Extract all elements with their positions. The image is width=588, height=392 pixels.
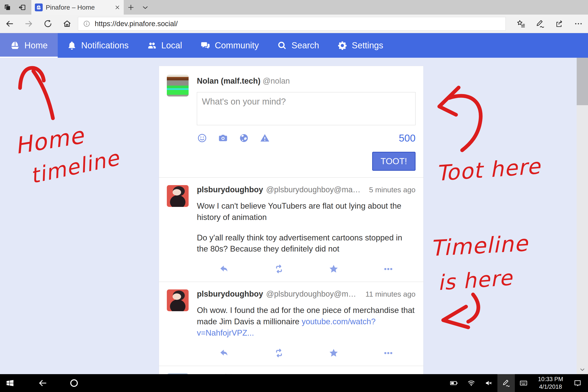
- scrollbar-thumb[interactable]: [577, 58, 588, 105]
- sailboat-icon: [36, 4, 42, 10]
- post-actions: [197, 264, 416, 274]
- post-timestamp[interactable]: 5 minutes ago: [364, 186, 416, 194]
- post: plsburydoughboy @plsburydoughboy@mastodo…: [159, 177, 423, 282]
- nav-item-local[interactable]: Local: [138, 33, 192, 58]
- back-button[interactable]: [0, 14, 19, 33]
- battery-icon: [450, 379, 458, 387]
- tab-bar-left-actions: [0, 0, 30, 14]
- forward-icon: [24, 19, 33, 28]
- sailboat-icon: [10, 40, 20, 50]
- nav-item-notifications[interactable]: Notifications: [58, 33, 138, 58]
- emoji-button[interactable]: [197, 133, 207, 143]
- post-body: Oh wow. I found the ad for the one piece…: [197, 305, 416, 338]
- reply-button[interactable]: [197, 348, 252, 358]
- screen: Pinafore – Home https://de: [0, 0, 588, 392]
- post-handle[interactable]: @plsburydoughboy@mastodon.so...: [266, 185, 362, 194]
- window-scrollbar[interactable]: [577, 58, 588, 374]
- forward-button[interactable]: [19, 14, 38, 33]
- reply-icon: [219, 264, 230, 274]
- info-icon: [83, 20, 90, 28]
- cortana-button[interactable]: [64, 374, 84, 392]
- boost-button[interactable]: [252, 348, 306, 358]
- post-header: plsburydoughboy @plsburydoughboy@mastodo…: [197, 185, 416, 194]
- tab-close-button[interactable]: [114, 4, 120, 10]
- content-warning-button[interactable]: [260, 133, 270, 143]
- favorite-star-icon: [328, 264, 339, 274]
- search-icon: [277, 40, 287, 50]
- new-tab-button[interactable]: [124, 0, 138, 14]
- boost-button[interactable]: [252, 264, 306, 274]
- globe-icon: [239, 133, 249, 143]
- post-handle[interactable]: @plsburydoughboy@mastodon.s...: [266, 290, 358, 298]
- post-timestamp[interactable]: 11 minutes ago: [361, 290, 416, 298]
- favorite-button[interactable]: [306, 348, 361, 358]
- browser-tab[interactable]: Pinafore – Home: [31, 0, 124, 14]
- home-button[interactable]: [58, 14, 77, 33]
- post-display-name[interactable]: plsburydoughboy: [197, 290, 263, 298]
- attach-media-button[interactable]: [218, 133, 228, 143]
- site-info-button[interactable]: [83, 20, 90, 28]
- favorites-hub-button[interactable]: [511, 14, 530, 33]
- compose-input[interactable]: [197, 92, 416, 125]
- more-options-button[interactable]: [361, 348, 416, 358]
- camera-icon: [218, 133, 228, 143]
- boost-icon: [274, 264, 284, 274]
- network-button[interactable]: [462, 374, 480, 392]
- nav-label: Community: [215, 40, 259, 50]
- toolbar-right-actions: [511, 14, 588, 33]
- url-text[interactable]: https://dev.pinafore.social/: [95, 20, 178, 28]
- nav-label: Local: [161, 40, 182, 50]
- char-count: 500: [399, 132, 416, 144]
- pen-settings-button[interactable]: [498, 374, 515, 392]
- privacy-button[interactable]: [239, 133, 249, 143]
- post: kɜːʳ 🐉 💾 @chr@cybre.space 13 minutes ago…: [159, 366, 423, 374]
- address-bar[interactable]: https://dev.pinafore.social/: [78, 17, 506, 30]
- nav-item-home[interactable]: Home: [0, 33, 58, 58]
- taskbar-clock[interactable]: 10:33 PM 4/1/2018: [532, 374, 569, 392]
- tab-preview-button[interactable]: [138, 0, 152, 14]
- volume-button[interactable]: [480, 374, 498, 392]
- pinafore-favicon: [35, 4, 43, 11]
- avatar[interactable]: [167, 75, 188, 96]
- chevron-down-icon: [142, 4, 149, 11]
- refresh-button[interactable]: [38, 14, 58, 33]
- nav-item-settings[interactable]: Settings: [328, 33, 392, 58]
- favorite-button[interactable]: [306, 264, 361, 274]
- compose-display-name: Nolan (malf.tech): [197, 76, 260, 85]
- page-content: Nolan (malf.tech) @nolan: [0, 58, 588, 374]
- restore-tabs-button[interactable]: [15, 0, 30, 14]
- share-button[interactable]: [550, 14, 569, 33]
- start-button[interactable]: [0, 374, 20, 392]
- favorites-hub-icon: [516, 19, 526, 28]
- set-aside-tabs-button[interactable]: [0, 0, 15, 14]
- wifi-icon: [467, 379, 476, 387]
- home-icon: [62, 19, 72, 28]
- boost-icon: [274, 348, 284, 358]
- more-options-icon: [383, 348, 394, 358]
- nav-item-search[interactable]: Search: [268, 33, 328, 58]
- compose-box: Nolan (malf.tech) @nolan: [159, 66, 423, 177]
- settings-more-button[interactable]: [569, 14, 588, 33]
- action-center-icon: [574, 379, 582, 387]
- toot-button[interactable]: TOOT!: [372, 152, 416, 171]
- chevron-down-icon: [580, 367, 585, 372]
- battery-button[interactable]: [445, 374, 462, 392]
- nav-item-community[interactable]: Community: [191, 33, 268, 58]
- post: plsburydoughboy @plsburydoughboy@mastodo…: [159, 282, 423, 366]
- more-icon: [574, 19, 583, 28]
- avatar[interactable]: [167, 185, 188, 207]
- reply-button[interactable]: [197, 264, 252, 274]
- more-options-button[interactable]: [361, 264, 416, 274]
- post-display-name[interactable]: plsburydoughboy: [197, 185, 263, 194]
- avatar[interactable]: [167, 290, 188, 311]
- taskbar-back-button[interactable]: [33, 374, 53, 392]
- web-note-button[interactable]: [530, 14, 550, 33]
- post-paragraph: Do y'all really think toy advertisement …: [197, 232, 416, 255]
- scrollbar-down-button[interactable]: [577, 367, 588, 372]
- clock-time: 10:33 PM: [538, 376, 563, 383]
- gear-icon: [337, 40, 347, 50]
- nav-label: Notifications: [81, 40, 129, 50]
- tab-title: Pinafore – Home: [46, 4, 112, 11]
- touch-keyboard-button[interactable]: [515, 374, 532, 392]
- action-center-button[interactable]: [569, 374, 586, 392]
